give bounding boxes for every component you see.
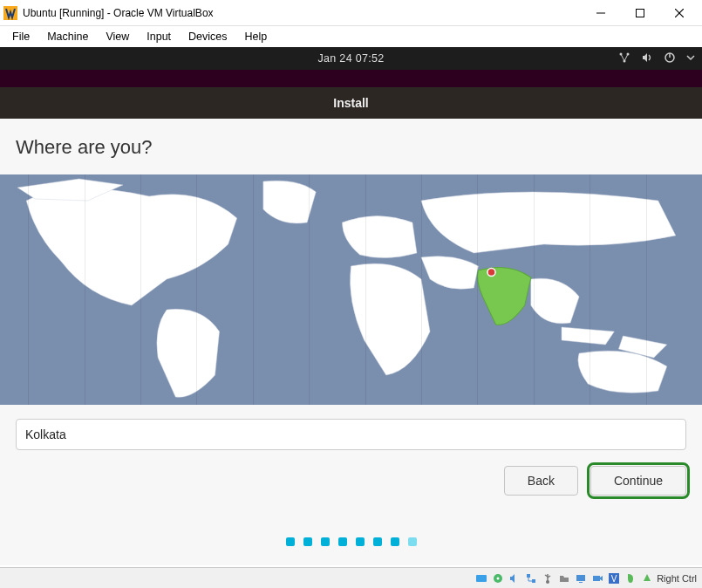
installer-titlebar: Install [0,87,702,119]
power-icon [664,51,676,66]
continue-button[interactable]: Continue [590,466,686,496]
clock[interactable]: Jan 24 07:52 [318,52,385,65]
recording-icon[interactable] [590,571,604,585]
menu-machine[interactable]: Machine [38,28,97,45]
hdd-icon[interactable] [474,571,488,585]
volume-icon [641,51,653,66]
usb-icon[interactable] [541,571,555,585]
audio-icon[interactable] [508,571,521,585]
timezone-map[interactable] [0,174,702,405]
page-heading: Where are you? [0,136,702,174]
menubar: File Machine View Input Devices Help [0,26,702,47]
progress-dot [286,537,295,546]
keyboard-captured-icon[interactable] [640,571,654,585]
progress-dot [373,537,382,546]
progress-dot [303,537,312,546]
progress-dot-current [408,537,417,546]
progress-dot [321,537,330,546]
menu-input[interactable]: Input [138,28,180,45]
svg-rect-2 [636,9,644,17]
svg-rect-10 [476,575,487,582]
location-input[interactable] [16,419,686,450]
optical-icon[interactable] [491,571,505,585]
world-map-svg [0,174,702,405]
progress-dots [0,537,702,546]
svg-rect-13 [527,574,530,578]
progress-dot [356,537,365,546]
svg-rect-14 [532,579,535,583]
svg-rect-19 [576,575,585,581]
virtualbox-icon [3,6,17,20]
svg-rect-20 [579,582,583,583]
menu-file[interactable]: File [3,28,38,45]
close-button[interactable] [659,1,699,25]
back-button[interactable]: Back [504,466,578,496]
window-title: Ubuntu [Running] - Oracle VM VirtualBox [23,7,581,19]
nav-buttons: Back Continue [0,450,702,496]
svg-text:V: V [611,574,617,584]
minimize-button[interactable] [581,1,620,25]
maximize-button[interactable] [620,1,659,25]
chevron-down-icon [686,52,695,65]
selected-region [478,267,531,325]
mouse-integration-icon[interactable] [624,571,637,585]
installer-title: Install [333,96,368,110]
location-pin [487,269,495,277]
installer-content: Where are you? [0,119,702,565]
display-icon[interactable] [574,571,588,585]
progress-dot [338,537,347,546]
menu-help[interactable]: Help [236,28,276,45]
gnome-top-bar: Jan 24 07:52 [0,47,702,70]
menu-devices[interactable]: Devices [180,28,235,45]
svg-rect-21 [593,576,600,581]
window-controls [581,1,699,25]
guest-display: Jan 24 07:52 Install Where are you? [0,47,702,565]
window-titlebar: Ubuntu [Running] - Oracle VM VirtualBox [0,0,702,26]
network-status-icon[interactable] [524,571,538,585]
system-status-area[interactable] [618,51,695,66]
network-icon [618,51,630,66]
svg-point-12 [497,577,500,579]
progress-dot [391,537,399,546]
vbox-processes-icon[interactable]: V [607,571,621,585]
host-key-label: Right Ctrl [657,573,697,584]
shared-folder-icon[interactable] [557,571,571,585]
vbox-statusbar: V Right Ctrl [0,567,702,588]
menu-view[interactable]: View [97,28,138,45]
installer-window: Install Where are you? [0,87,702,565]
